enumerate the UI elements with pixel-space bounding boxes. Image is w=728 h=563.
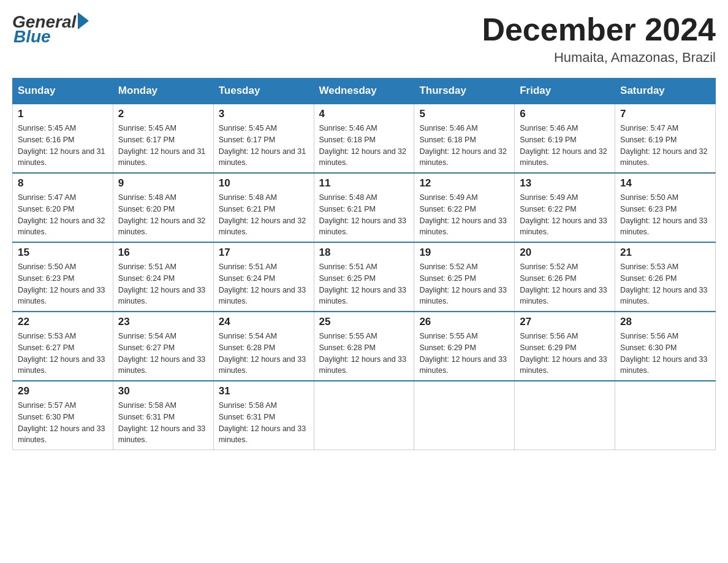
day-number: 30 <box>118 385 208 397</box>
day-number: 23 <box>118 316 208 328</box>
day-number: 10 <box>219 177 309 190</box>
calendar-day-cell: 20 Sunrise: 5:52 AM Sunset: 6:26 PM Dayl… <box>515 242 615 312</box>
day-number: 5 <box>419 108 509 120</box>
calendar-day-cell: 29 Sunrise: 5:57 AM Sunset: 6:30 PM Dayl… <box>13 381 113 450</box>
page-header: General Blue December 2024 Humaita, Amaz… <box>12 12 716 66</box>
calendar-day-cell: 10 Sunrise: 5:48 AM Sunset: 6:21 PM Dayl… <box>213 173 314 242</box>
day-number: 9 <box>118 177 208 190</box>
calendar-day-cell: 14 Sunrise: 5:50 AM Sunset: 6:23 PM Dayl… <box>615 173 716 242</box>
day-info: Sunrise: 5:45 AM Sunset: 6:17 PM Dayligh… <box>219 123 309 169</box>
day-number: 14 <box>620 177 710 190</box>
calendar-week-row: 15 Sunrise: 5:50 AM Sunset: 6:23 PM Dayl… <box>13 242 716 312</box>
day-info: Sunrise: 5:53 AM Sunset: 6:27 PM Dayligh… <box>18 331 108 377</box>
calendar-day-cell: 30 Sunrise: 5:58 AM Sunset: 6:31 PM Dayl… <box>113 381 213 450</box>
day-number: 12 <box>419 177 509 190</box>
day-number: 19 <box>419 247 509 259</box>
calendar-day-cell <box>615 381 716 450</box>
day-number: 2 <box>118 108 208 120</box>
day-number: 28 <box>620 316 710 328</box>
day-number: 24 <box>219 316 309 328</box>
calendar-week-row: 1 Sunrise: 5:45 AM Sunset: 6:16 PM Dayli… <box>13 104 716 173</box>
day-number: 22 <box>18 316 108 328</box>
day-number: 18 <box>319 247 409 259</box>
day-number: 11 <box>319 177 409 190</box>
day-info: Sunrise: 5:56 AM Sunset: 6:29 PM Dayligh… <box>520 331 610 377</box>
day-number: 26 <box>419 316 509 328</box>
day-info: Sunrise: 5:45 AM Sunset: 6:17 PM Dayligh… <box>118 123 208 169</box>
calendar-day-cell: 12 Sunrise: 5:49 AM Sunset: 6:22 PM Dayl… <box>414 173 515 242</box>
day-number: 29 <box>18 385 108 397</box>
day-info: Sunrise: 5:49 AM Sunset: 6:22 PM Dayligh… <box>419 192 509 238</box>
col-saturday: Saturday <box>615 79 716 104</box>
day-info: Sunrise: 5:52 AM Sunset: 6:25 PM Dayligh… <box>419 261 509 307</box>
day-number: 13 <box>520 177 610 190</box>
day-info: Sunrise: 5:51 AM Sunset: 6:25 PM Dayligh… <box>319 261 409 307</box>
calendar-day-cell: 22 Sunrise: 5:53 AM Sunset: 6:27 PM Dayl… <box>13 312 113 381</box>
day-number: 1 <box>18 108 108 120</box>
calendar-day-cell: 4 Sunrise: 5:46 AM Sunset: 6:18 PM Dayli… <box>314 104 414 173</box>
day-number: 17 <box>219 247 309 259</box>
day-number: 27 <box>520 316 610 328</box>
calendar-day-cell: 25 Sunrise: 5:55 AM Sunset: 6:28 PM Dayl… <box>314 312 414 381</box>
day-number: 7 <box>620 108 710 120</box>
calendar-day-cell: 21 Sunrise: 5:53 AM Sunset: 6:26 PM Dayl… <box>615 242 716 312</box>
calendar-day-cell: 17 Sunrise: 5:51 AM Sunset: 6:24 PM Dayl… <box>213 242 314 312</box>
calendar-day-cell: 1 Sunrise: 5:45 AM Sunset: 6:16 PM Dayli… <box>13 104 113 173</box>
calendar-day-cell: 31 Sunrise: 5:58 AM Sunset: 6:31 PM Dayl… <box>213 381 314 450</box>
calendar-day-cell: 13 Sunrise: 5:49 AM Sunset: 6:22 PM Dayl… <box>515 173 615 242</box>
day-number: 16 <box>118 247 208 259</box>
month-title: December 2024 <box>482 12 716 47</box>
col-tuesday: Tuesday <box>213 79 314 104</box>
col-friday: Friday <box>515 79 615 104</box>
day-info: Sunrise: 5:53 AM Sunset: 6:26 PM Dayligh… <box>620 261 710 307</box>
calendar-day-cell: 15 Sunrise: 5:50 AM Sunset: 6:23 PM Dayl… <box>13 242 113 312</box>
logo: General Blue <box>12 12 89 47</box>
day-number: 20 <box>520 247 610 259</box>
calendar-day-cell: 3 Sunrise: 5:45 AM Sunset: 6:17 PM Dayli… <box>213 104 314 173</box>
col-wednesday: Wednesday <box>314 79 414 104</box>
calendar-day-cell: 7 Sunrise: 5:47 AM Sunset: 6:19 PM Dayli… <box>615 104 716 173</box>
col-monday: Monday <box>113 79 213 104</box>
day-number: 6 <box>520 108 610 120</box>
day-number: 21 <box>620 247 710 259</box>
logo-blue-text: Blue <box>13 27 51 47</box>
calendar-day-cell <box>515 381 615 450</box>
calendar-day-cell <box>414 381 515 450</box>
calendar-day-cell: 18 Sunrise: 5:51 AM Sunset: 6:25 PM Dayl… <box>314 242 414 312</box>
day-info: Sunrise: 5:50 AM Sunset: 6:23 PM Dayligh… <box>620 192 710 238</box>
day-info: Sunrise: 5:47 AM Sunset: 6:19 PM Dayligh… <box>620 123 710 169</box>
day-info: Sunrise: 5:54 AM Sunset: 6:28 PM Dayligh… <box>219 331 309 377</box>
calendar-day-cell: 27 Sunrise: 5:56 AM Sunset: 6:29 PM Dayl… <box>515 312 615 381</box>
day-info: Sunrise: 5:48 AM Sunset: 6:21 PM Dayligh… <box>219 192 309 238</box>
location-title: Humaita, Amazonas, Brazil <box>482 50 716 66</box>
day-info: Sunrise: 5:51 AM Sunset: 6:24 PM Dayligh… <box>118 261 208 307</box>
day-number: 8 <box>18 177 108 190</box>
day-info: Sunrise: 5:46 AM Sunset: 6:19 PM Dayligh… <box>520 123 610 169</box>
calendar-day-cell: 16 Sunrise: 5:51 AM Sunset: 6:24 PM Dayl… <box>113 242 213 312</box>
day-number: 15 <box>18 247 108 259</box>
day-number: 31 <box>219 385 309 397</box>
calendar-day-cell: 5 Sunrise: 5:46 AM Sunset: 6:18 PM Dayli… <box>414 104 515 173</box>
calendar-header-row: Sunday Monday Tuesday Wednesday Thursday… <box>13 79 716 104</box>
day-info: Sunrise: 5:55 AM Sunset: 6:29 PM Dayligh… <box>419 331 509 377</box>
day-info: Sunrise: 5:50 AM Sunset: 6:23 PM Dayligh… <box>18 261 108 307</box>
title-block: December 2024 Humaita, Amazonas, Brazil <box>482 12 716 66</box>
day-info: Sunrise: 5:48 AM Sunset: 6:20 PM Dayligh… <box>118 192 208 238</box>
day-number: 3 <box>219 108 309 120</box>
day-info: Sunrise: 5:47 AM Sunset: 6:20 PM Dayligh… <box>18 192 108 238</box>
col-sunday: Sunday <box>13 79 113 104</box>
day-info: Sunrise: 5:56 AM Sunset: 6:30 PM Dayligh… <box>620 331 710 377</box>
calendar-day-cell: 23 Sunrise: 5:54 AM Sunset: 6:27 PM Dayl… <box>113 312 213 381</box>
calendar-table: Sunday Monday Tuesday Wednesday Thursday… <box>12 78 716 450</box>
col-thursday: Thursday <box>414 79 515 104</box>
logo-arrow-icon <box>78 12 89 29</box>
day-info: Sunrise: 5:58 AM Sunset: 6:31 PM Dayligh… <box>118 400 208 446</box>
calendar-week-row: 29 Sunrise: 5:57 AM Sunset: 6:30 PM Dayl… <box>13 381 716 450</box>
day-info: Sunrise: 5:57 AM Sunset: 6:30 PM Dayligh… <box>18 400 108 446</box>
calendar-week-row: 22 Sunrise: 5:53 AM Sunset: 6:27 PM Dayl… <box>13 312 716 381</box>
calendar-day-cell: 6 Sunrise: 5:46 AM Sunset: 6:19 PM Dayli… <box>515 104 615 173</box>
calendar-week-row: 8 Sunrise: 5:47 AM Sunset: 6:20 PM Dayli… <box>13 173 716 242</box>
day-info: Sunrise: 5:48 AM Sunset: 6:21 PM Dayligh… <box>319 192 409 238</box>
day-info: Sunrise: 5:58 AM Sunset: 6:31 PM Dayligh… <box>219 400 309 446</box>
calendar-day-cell: 11 Sunrise: 5:48 AM Sunset: 6:21 PM Dayl… <box>314 173 414 242</box>
